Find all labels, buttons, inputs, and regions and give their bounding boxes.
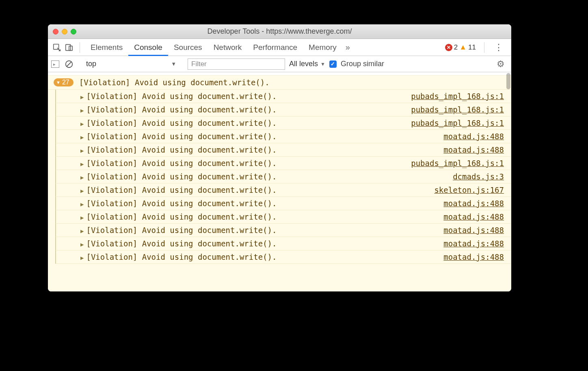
log-message: ▶[Violation] Avoid using document.write(… — [80, 252, 277, 261]
log-row[interactable]: ▶[Violation] Avoid using document.write(… — [55, 103, 511, 116]
log-message: ▶[Violation] Avoid using document.write(… — [80, 239, 277, 248]
group-similar-checkbox[interactable]: ✓ — [329, 60, 337, 68]
context-value: top — [86, 60, 96, 68]
tab-list: ElementsConsoleSourcesNetworkPerformance… — [85, 39, 342, 56]
svg-line-4 — [67, 62, 71, 66]
log-message: ▶[Violation] Avoid using document.write(… — [80, 105, 277, 114]
log-source-link[interactable]: moatad.js:488 — [443, 239, 504, 248]
disclosure-triangle-icon[interactable]: ▶ — [80, 147, 84, 154]
log-row[interactable]: ▶[Violation] Avoid using document.write(… — [55, 116, 511, 130]
disclosure-triangle-icon[interactable]: ▶ — [80, 201, 84, 207]
disclosure-triangle-icon[interactable]: ▶ — [80, 94, 84, 100]
console-log-area[interactable]: ▼ 27 [Violation] Avoid using document.wr… — [48, 72, 511, 291]
log-message: ▶[Violation] Avoid using document.write(… — [80, 132, 277, 141]
context-selector[interactable]: top ▼ — [83, 59, 179, 69]
log-message: ▶[Violation] Avoid using document.write(… — [80, 159, 277, 168]
clear-console-icon[interactable] — [63, 58, 75, 70]
chevron-down-icon: ▼ — [320, 61, 325, 67]
log-row[interactable]: ▶[Violation] Avoid using document.write(… — [55, 210, 511, 224]
disclosure-triangle-icon[interactable]: ▶ — [80, 214, 84, 221]
devtools-tabbar: ElementsConsoleSourcesNetworkPerformance… — [48, 39, 511, 56]
log-row[interactable]: ▶[Violation] Avoid using document.write(… — [55, 170, 511, 183]
zoom-button[interactable] — [71, 29, 76, 35]
log-message: ▶[Violation] Avoid using document.write(… — [80, 92, 277, 101]
log-group-header[interactable]: ▼ 27 [Violation] Avoid using document.wr… — [48, 75, 511, 90]
disclosure-triangle-icon[interactable]: ▶ — [80, 161, 84, 167]
log-source-link[interactable]: moatad.js:488 — [443, 252, 504, 261]
group-count-badge[interactable]: ▼ 27 — [54, 78, 74, 86]
devtools-window: Developer Tools - https://www.theverge.c… — [48, 24, 511, 291]
inspect-element-icon[interactable] — [51, 42, 63, 53]
disclosure-triangle-icon[interactable]: ▶ — [80, 134, 84, 140]
log-row[interactable]: ▶[Violation] Avoid using document.write(… — [55, 157, 511, 170]
log-message: ▶[Violation] Avoid using document.write(… — [80, 212, 277, 221]
disclosure-triangle-icon[interactable]: ▶ — [80, 228, 84, 234]
error-count: 2 — [454, 43, 458, 52]
window-title: Developer Tools - https://www.theverge.c… — [48, 27, 511, 36]
tab-elements[interactable]: Elements — [85, 39, 128, 56]
filter-input[interactable] — [188, 58, 285, 70]
log-message: ▶[Violation] Avoid using document.write(… — [80, 145, 277, 154]
log-source-link[interactable]: moatad.js:488 — [443, 132, 504, 141]
console-settings-icon[interactable]: ⚙ — [497, 59, 508, 69]
log-row[interactable]: ▶[Violation] Avoid using document.write(… — [55, 250, 511, 264]
log-row[interactable]: ▶[Violation] Avoid using document.write(… — [55, 224, 511, 237]
tab-network[interactable]: Network — [208, 39, 248, 56]
separator — [484, 42, 484, 53]
log-source-link[interactable]: pubads_impl_168.js:1 — [411, 119, 504, 127]
disclosure-triangle-icon[interactable]: ▶ — [80, 255, 84, 261]
titlebar[interactable]: Developer Tools - https://www.theverge.c… — [48, 24, 511, 39]
scrollbar-thumb[interactable] — [506, 73, 510, 89]
group-similar-label: Group similar — [341, 60, 384, 68]
disclosure-triangle-icon[interactable]: ▶ — [80, 121, 84, 127]
log-row[interactable]: ▶[Violation] Avoid using document.write(… — [55, 237, 511, 250]
toggle-sidebar-icon[interactable]: ▸ — [51, 60, 59, 68]
warning-count: 11 — [468, 43, 476, 52]
separator — [80, 42, 80, 53]
tab-console[interactable]: Console — [128, 39, 168, 56]
log-row[interactable]: ▶[Violation] Avoid using document.write(… — [55, 183, 511, 197]
log-row[interactable]: ▶[Violation] Avoid using document.write(… — [55, 197, 511, 210]
close-button[interactable] — [53, 29, 58, 35]
minimize-button[interactable] — [62, 29, 67, 35]
disclosure-triangle-icon[interactable]: ▶ — [80, 174, 84, 181]
log-row[interactable]: ▶[Violation] Avoid using document.write(… — [55, 130, 511, 143]
tab-memory[interactable]: Memory — [303, 39, 342, 56]
disclosure-triangle-icon[interactable]: ▶ — [80, 241, 84, 248]
log-source-link[interactable]: pubads_impl_168.js:1 — [411, 105, 504, 114]
warning-icon: ▲ — [459, 43, 467, 52]
log-source-link[interactable]: moatad.js:488 — [443, 199, 504, 208]
log-source-link[interactable]: moatad.js:488 — [443, 226, 504, 235]
error-icon: ✕ — [445, 44, 452, 51]
chevron-down-icon: ▼ — [56, 80, 61, 85]
log-row[interactable]: ▶[Violation] Avoid using document.write(… — [55, 143, 511, 157]
error-warning-badges[interactable]: ✕ 2 ▲ 11 — [445, 43, 476, 52]
group-message: [Violation] Avoid using document.write()… — [79, 78, 270, 87]
log-source-link[interactable]: skeleton.js:167 — [434, 186, 504, 194]
log-message: ▶[Violation] Avoid using document.write(… — [80, 199, 277, 208]
log-levels-selector[interactable]: All levels ▼ — [289, 60, 325, 68]
disclosure-triangle-icon[interactable]: ▶ — [80, 107, 84, 114]
svg-rect-1 — [66, 44, 71, 50]
log-message: ▶[Violation] Avoid using document.write(… — [80, 119, 277, 127]
device-toolbar-icon[interactable] — [63, 42, 75, 53]
group-count: 27 — [62, 79, 69, 86]
devtools-menu-button[interactable]: ⋮ — [489, 42, 508, 53]
previous-row-clip — [48, 72, 511, 75]
traffic-lights — [48, 29, 76, 35]
log-row[interactable]: ▶[Violation] Avoid using document.write(… — [55, 90, 511, 103]
log-message: ▶[Violation] Avoid using document.write(… — [80, 226, 277, 235]
tab-performance[interactable]: Performance — [247, 39, 303, 56]
log-message: ▶[Violation] Avoid using document.write(… — [80, 186, 277, 194]
log-source-link[interactable]: dcmads.js:3 — [453, 172, 504, 181]
levels-label: All levels — [289, 60, 318, 68]
log-source-link[interactable]: pubads_impl_168.js:1 — [411, 92, 504, 101]
log-source-link[interactable]: moatad.js:488 — [443, 145, 504, 154]
log-message: ▶[Violation] Avoid using document.write(… — [80, 172, 277, 181]
tab-sources[interactable]: Sources — [168, 39, 208, 56]
more-tabs-button[interactable]: » — [343, 43, 352, 52]
console-toolbar: ▸ top ▼ All levels ▼ ✓ Group similar ⚙ — [48, 56, 511, 72]
log-source-link[interactable]: moatad.js:488 — [443, 212, 504, 221]
disclosure-triangle-icon[interactable]: ▶ — [80, 188, 84, 194]
log-source-link[interactable]: pubads_impl_168.js:1 — [411, 159, 504, 168]
